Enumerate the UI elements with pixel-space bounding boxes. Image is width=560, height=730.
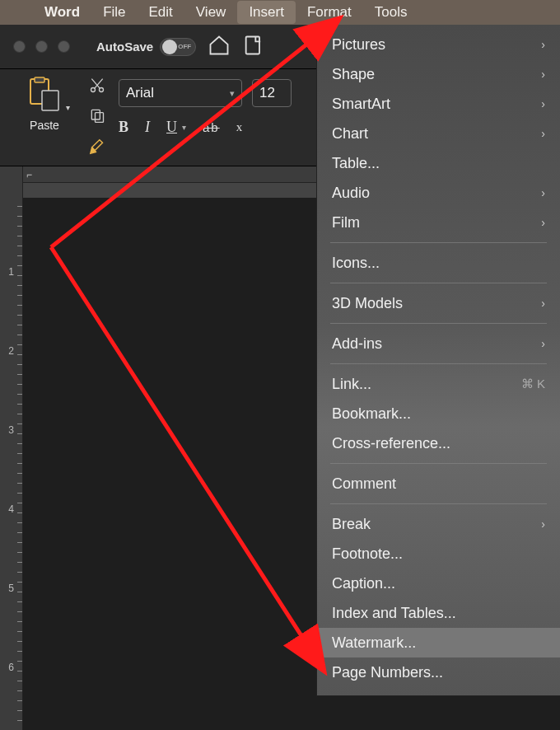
zoom-dot[interactable] bbox=[58, 40, 70, 53]
menu-item-label: Comment bbox=[332, 475, 396, 493]
menu-item-bookmark[interactable]: Bookmark... bbox=[317, 399, 560, 428]
menu-item-label: Link... bbox=[332, 376, 371, 393]
menu-item-comment[interactable]: Comment bbox=[317, 469, 560, 498]
menu-item-film[interactable]: Film› bbox=[317, 208, 560, 237]
menu-item-audio[interactable]: Audio› bbox=[317, 178, 560, 208]
menu-item-table[interactable]: Table... bbox=[317, 148, 560, 178]
autosave-state: OFF bbox=[178, 43, 191, 50]
cut-icon[interactable] bbox=[89, 77, 107, 94]
menu-item-shape[interactable]: Shape› bbox=[317, 59, 560, 89]
menu-item-pictures[interactable]: Pictures› bbox=[317, 30, 560, 59]
ruler-label: 3 bbox=[8, 424, 14, 436]
vertical-ruler[interactable]: 123456 bbox=[0, 166, 23, 730]
paste-group[interactable]: ▾ Paste bbox=[12, 76, 77, 166]
home-icon[interactable] bbox=[208, 34, 231, 60]
underline-button[interactable]: U bbox=[166, 119, 177, 136]
menu-item-chart[interactable]: Chart› bbox=[317, 119, 560, 148]
menu-item-label: Cross-reference... bbox=[332, 435, 450, 452]
menu-item-label: Audio bbox=[332, 185, 370, 202]
chevron-right-icon: › bbox=[541, 297, 545, 310]
font-size-value: 12 bbox=[259, 85, 275, 101]
menu-file[interactable]: File bbox=[91, 1, 137, 24]
chevron-right-icon: › bbox=[541, 97, 545, 110]
minimize-dot[interactable] bbox=[35, 40, 48, 53]
menu-separator bbox=[330, 503, 547, 504]
menu-format[interactable]: Format bbox=[296, 1, 363, 24]
menu-item-add-ins[interactable]: Add-ins› bbox=[317, 329, 560, 358]
menu-item-label: Pictures bbox=[332, 36, 385, 54]
app-menu-word[interactable]: Word bbox=[33, 1, 91, 24]
menu-edit[interactable]: Edit bbox=[138, 1, 184, 24]
chevron-right-icon: › bbox=[541, 337, 545, 350]
menu-item-caption[interactable]: Caption... bbox=[317, 569, 560, 598]
menu-insert[interactable]: Insert bbox=[237, 1, 296, 24]
font-group: Arial ▾ 12 B I U ▾ ab x bbox=[119, 76, 292, 166]
menu-item-label: Icons... bbox=[332, 255, 380, 272]
menu-tools[interactable]: Tools bbox=[363, 1, 419, 24]
subscript-button[interactable]: x bbox=[236, 120, 243, 134]
ruler-label: 6 bbox=[8, 662, 14, 673]
menu-item-smartart[interactable]: SmartArt› bbox=[317, 89, 560, 119]
menu-item-index-and-tables[interactable]: Index and Tables... bbox=[317, 598, 560, 628]
chevron-right-icon: › bbox=[541, 517, 545, 531]
menu-item-label: Index and Tables... bbox=[332, 605, 456, 622]
menu-item-label: Bookmark... bbox=[332, 405, 411, 423]
svg-rect-7 bbox=[96, 113, 104, 123]
menu-item-label: Add-ins bbox=[332, 335, 382, 353]
menu-item-cross-reference[interactable]: Cross-reference... bbox=[317, 428, 560, 458]
menu-item-label: Watermark... bbox=[332, 634, 416, 652]
font-size-select[interactable]: 12 bbox=[252, 79, 292, 107]
menu-item-label: Film bbox=[332, 214, 360, 232]
bold-button[interactable]: B bbox=[119, 119, 128, 136]
chevron-down-icon[interactable]: ▾ bbox=[182, 123, 186, 132]
mac-menubar[interactable]: Word File Edit View Insert Format Tools bbox=[0, 0, 560, 25]
paste-label: Paste bbox=[30, 119, 59, 132]
close-dot[interactable] bbox=[13, 40, 26, 53]
paste-icon[interactable]: ▾ bbox=[26, 76, 63, 114]
menu-item-label: Break bbox=[332, 516, 371, 533]
menu-separator bbox=[330, 463, 547, 464]
menu-item-label: Page Numbers... bbox=[332, 664, 443, 681]
menu-item-link[interactable]: Link...⌘ K bbox=[317, 369, 560, 399]
autosave-toggle[interactable]: AutoSave OFF bbox=[96, 38, 196, 56]
window-traffic-lights[interactable] bbox=[13, 40, 70, 53]
menu-item-label: Table... bbox=[332, 155, 380, 172]
chevron-down-icon: ▾ bbox=[230, 88, 235, 99]
copy-icon[interactable] bbox=[89, 107, 107, 124]
format-painter-icon[interactable] bbox=[89, 137, 107, 155]
menu-item-break[interactable]: Break› bbox=[317, 509, 560, 539]
menu-item-page-numbers[interactable]: Page Numbers... bbox=[317, 657, 560, 687]
autosave-switch[interactable]: OFF bbox=[160, 38, 196, 56]
svg-rect-0 bbox=[246, 36, 259, 54]
chevron-right-icon: › bbox=[541, 127, 545, 140]
italic-button[interactable]: I bbox=[145, 119, 150, 136]
menu-item-3d-models[interactable]: 3D Models› bbox=[317, 288, 560, 318]
ruler-label: 2 bbox=[8, 345, 14, 357]
svg-rect-3 bbox=[42, 91, 58, 110]
ruler-label: 4 bbox=[8, 503, 14, 515]
ruler-label: 1 bbox=[8, 266, 14, 278]
strikethrough-button[interactable]: ab bbox=[203, 120, 220, 134]
font-family-value: Arial bbox=[126, 85, 154, 101]
menu-separator bbox=[330, 283, 547, 283]
menu-item-label: Chart bbox=[332, 125, 368, 143]
menu-view[interactable]: View bbox=[184, 1, 238, 24]
chevron-right-icon: › bbox=[541, 216, 545, 229]
folder-icon[interactable] bbox=[242, 34, 265, 60]
insert-dropdown-menu[interactable]: Pictures›Shape›SmartArt›Chart›Table...Au… bbox=[316, 25, 560, 696]
autosave-label: AutoSave bbox=[96, 40, 153, 54]
menu-item-footnote[interactable]: Footnote... bbox=[317, 539, 560, 569]
menu-item-watermark[interactable]: Watermark... bbox=[317, 628, 560, 657]
ruler-marker-icon[interactable]: ⌐ bbox=[26, 169, 32, 180]
menu-separator bbox=[330, 242, 547, 243]
menu-item-label: Caption... bbox=[332, 575, 395, 592]
chevron-down-icon[interactable]: ▾ bbox=[66, 103, 70, 112]
menu-separator bbox=[330, 323, 547, 324]
menu-separator bbox=[330, 363, 547, 364]
menu-item-icons[interactable]: Icons... bbox=[317, 248, 560, 278]
menu-item-label: SmartArt bbox=[332, 96, 390, 113]
menu-item-label: Footnote... bbox=[332, 545, 403, 563]
font-family-select[interactable]: Arial ▾ bbox=[119, 79, 242, 107]
clipboard-mini-column bbox=[89, 76, 107, 166]
menu-item-label: Shape bbox=[332, 66, 375, 83]
